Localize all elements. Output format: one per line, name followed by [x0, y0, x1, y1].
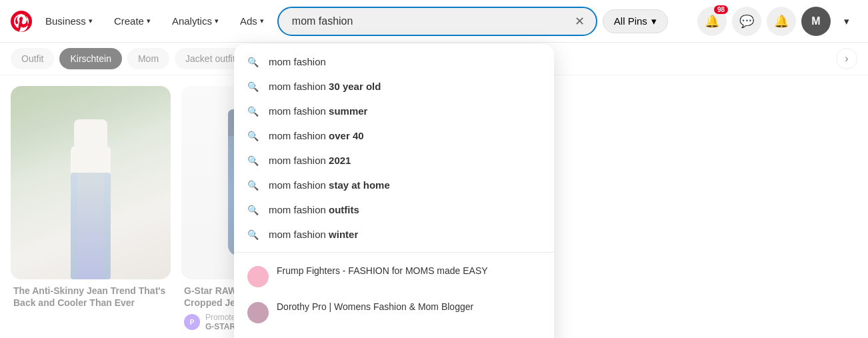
alerts-button[interactable]: 🔔	[767, 7, 796, 36]
notification-badge: 98	[714, 5, 728, 14]
search-clear-button[interactable]: ✕	[571, 12, 589, 31]
search-icon: 🔍	[247, 57, 261, 67]
dropdown-divider	[234, 252, 554, 253]
all-pins-button[interactable]: All Pins ▾	[603, 9, 668, 33]
suggestion-text: mom fashion stay at home	[269, 179, 390, 191]
board-avatar	[247, 302, 269, 323]
search-icon: 🔍	[247, 205, 261, 215]
alert-icon: 🔔	[774, 14, 789, 29]
bell-icon: 🔔	[705, 14, 719, 29]
ads-chevron-icon: ▾	[260, 17, 264, 25]
messages-button[interactable]: 💬	[732, 7, 761, 36]
suggestion-item[interactable]: 🔍mom fashion 2021	[234, 148, 554, 173]
search-icon: 🔍	[247, 81, 261, 92]
analytics-chevron-icon: ▾	[215, 17, 219, 25]
board-avatar	[247, 266, 269, 287]
search-icon: 🔍	[247, 229, 261, 240]
suggestion-text: mom fashion outfits	[269, 204, 359, 215]
suggestion-item[interactable]: 🔍mom fashion winter	[234, 222, 554, 247]
nav-analytics[interactable]: Analytics ▾	[164, 10, 227, 32]
search-icon: 🔍	[247, 131, 261, 141]
nav-ads[interactable]: Ads ▾	[232, 10, 272, 32]
board-item[interactable]: Sincerely Jackline | Motherhood| DIYs| M…	[234, 330, 554, 338]
suggestion-item[interactable]: 🔍mom fashion stay at home	[234, 173, 554, 197]
suggestion-item[interactable]: 🔍mom fashion 30 year old	[234, 74, 554, 99]
suggestion-text: mom fashion winter	[269, 229, 358, 240]
notifications-button[interactable]: 🔔 98	[697, 7, 727, 36]
search-icon: 🔍	[247, 180, 261, 191]
all-pins-chevron-icon: ▾	[651, 15, 657, 27]
suggestion-text: mom fashion 2021	[269, 155, 351, 166]
board-label: Dorothy Pro | Womens Fashion & Mom Blogg…	[277, 301, 473, 313]
search-dropdown: 🔍mom fashion🔍mom fashion 30 year old🔍mom…	[234, 44, 554, 338]
suggestion-item[interactable]: 🔍mom fashion	[234, 49, 554, 74]
user-avatar-button[interactable]: M	[801, 7, 831, 36]
search-icon: 🔍	[247, 106, 261, 117]
suggestion-text: mom fashion 30 year old	[269, 81, 381, 92]
suggestion-text: mom fashion summer	[269, 105, 367, 117]
create-chevron-icon: ▾	[147, 17, 151, 25]
nav-business[interactable]: Business ▾	[37, 10, 101, 32]
board-label: Frump Fighters - FASHION for MOMS made E…	[277, 265, 488, 277]
pinterest-logo[interactable]	[11, 11, 32, 32]
suggestion-item[interactable]: 🔍mom fashion over 40	[234, 123, 554, 148]
search-icon: 🔍	[247, 155, 261, 166]
nav-create[interactable]: Create ▾	[106, 10, 159, 32]
chevron-down-icon: ▾	[844, 15, 849, 27]
header-right: 🔔 98 💬 🔔 M ▾	[697, 7, 857, 36]
board-item[interactable]: Frump Fighters - FASHION for MOMS made E…	[234, 258, 554, 294]
suggestion-text: mom fashion over 40	[269, 130, 364, 141]
header-more-button[interactable]: ▾	[836, 10, 857, 33]
search-container: ✕	[277, 7, 597, 36]
suggestion-text: mom fashion	[269, 56, 326, 67]
business-chevron-icon: ▾	[89, 17, 93, 25]
message-icon: 💬	[739, 14, 754, 29]
suggestion-item[interactable]: 🔍mom fashion outfits	[234, 197, 554, 222]
header: Business ▾ Create ▾ Analytics ▾ Ads ▾ ✕ …	[0, 0, 868, 43]
board-item[interactable]: Dorothy Pro | Womens Fashion & Mom Blogg…	[234, 294, 554, 330]
search-input[interactable]	[277, 7, 597, 36]
suggestion-item[interactable]: 🔍mom fashion summer	[234, 99, 554, 123]
